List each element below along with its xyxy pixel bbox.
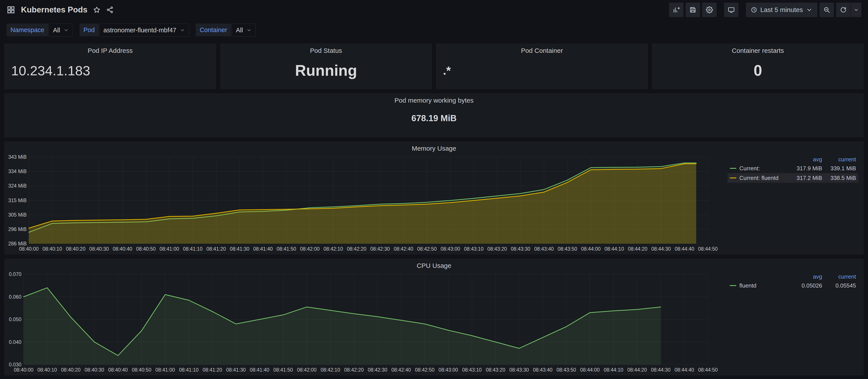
panel-title[interactable]: Pod Status (221, 44, 432, 54)
legend-row: Current:317.9 MiB339.1 MiB (727, 163, 858, 173)
chevron-down-icon (64, 28, 69, 33)
variables-row: Namespace All Pod astronomer-fluentd-mbf… (0, 20, 868, 41)
stat-value: .* (443, 55, 641, 86)
svg-text:08:41:20: 08:41:20 (203, 367, 222, 373)
svg-text:08:40:00: 08:40:00 (14, 367, 33, 373)
zoom-out-button[interactable] (819, 3, 834, 17)
svg-text:08:40:50: 08:40:50 (132, 367, 151, 373)
svg-text:08:40:30: 08:40:30 (89, 246, 109, 252)
legend-col-current[interactable]: current (822, 156, 856, 163)
star-icon[interactable] (93, 6, 100, 13)
time-range-button[interactable]: Last 5 minutes (746, 3, 817, 17)
svg-text:08:44:40: 08:44:40 (675, 367, 694, 373)
variable-namespace-label: Namespace (6, 24, 48, 36)
legend-series-color-icon (730, 285, 736, 286)
svg-text:08:44:00: 08:44:00 (580, 367, 600, 373)
svg-text:08:41:30: 08:41:30 (226, 367, 246, 373)
settings-icon (706, 6, 713, 13)
panel-title[interactable]: Container restarts (652, 44, 864, 54)
svg-text:08:44:10: 08:44:10 (604, 246, 624, 252)
svg-text:08:43:30: 08:43:30 (509, 367, 529, 373)
panel-title[interactable]: Pod IP Address (5, 44, 216, 54)
svg-text:08:42:30: 08:42:30 (370, 246, 390, 252)
svg-text:08:41:10: 08:41:10 (183, 246, 203, 252)
svg-text:08:42:50: 08:42:50 (417, 246, 437, 252)
variable-namespace-selected: All (53, 27, 60, 34)
svg-text:08:42:40: 08:42:40 (394, 246, 413, 252)
panel-title[interactable]: Pod memory working bytes (5, 94, 863, 104)
panel-container-restarts: Container restarts 0 (652, 44, 864, 89)
add-panel-button[interactable] (669, 3, 683, 17)
svg-text:0.030: 0.030 (9, 362, 22, 368)
panel-title[interactable]: Pod Container (436, 44, 648, 54)
legend-series-name: Current: (739, 165, 760, 172)
svg-text:08:44:30: 08:44:30 (651, 246, 671, 252)
dashboard-settings-button[interactable] (702, 3, 717, 17)
save-dashboard-button[interactable] (686, 3, 700, 17)
svg-text:08:44:50: 08:44:50 (698, 367, 718, 373)
header-left: Kubernetes Pods (6, 5, 114, 14)
svg-text:08:41:50: 08:41:50 (274, 367, 293, 373)
legend-series-color-icon (730, 168, 736, 169)
svg-text:08:44:00: 08:44:00 (581, 246, 601, 252)
panel-pod-container: Pod Container .* (436, 44, 648, 89)
legend-series-label[interactable]: Current: fluentd (730, 175, 785, 182)
memory-usage-chart[interactable]: 286 MiB296 MiB305 MiB315 MiB324 MiB334 M… (7, 154, 720, 253)
variable-namespace-value[interactable]: All (49, 24, 73, 37)
svg-text:08:43:20: 08:43:20 (487, 246, 507, 252)
header-actions: Last 5 minutes (669, 3, 862, 17)
cpu-usage-body: 0.0300.0400.0500.0600.07008:40:0008:40:1… (5, 270, 863, 375)
legend-series-label[interactable]: Current: (730, 165, 785, 172)
svg-text:08:43:00: 08:43:00 (439, 367, 458, 373)
refresh-button[interactable] (836, 3, 850, 17)
panel-title[interactable]: Memory Usage (5, 142, 863, 152)
svg-text:08:42:20: 08:42:20 (347, 246, 367, 252)
svg-text:08:40:00: 08:40:00 (19, 246, 39, 252)
panel-memory-usage: Memory Usage 286 MiB296 MiB305 MiB315 Mi… (4, 141, 864, 254)
svg-text:08:43:50: 08:43:50 (558, 246, 577, 252)
legend-current-value: 339.1 MiB (822, 165, 856, 172)
legend-series-label[interactable]: fluentd (730, 282, 785, 289)
legend-row: Current: fluentd317.2 MiB338.5 MiB (727, 173, 858, 183)
legend-col-current[interactable]: current (822, 273, 856, 280)
cpu-usage-chart[interactable]: 0.0300.0400.0500.0600.07008:40:0008:40:1… (7, 271, 720, 374)
variable-container-selected: All (236, 27, 243, 34)
variable-container-value[interactable]: All (232, 24, 256, 37)
svg-text:08:42:00: 08:42:00 (300, 246, 320, 252)
memory-usage-body: 286 MiB296 MiB305 MiB315 MiB324 MiB334 M… (5, 152, 863, 254)
svg-text:0.050: 0.050 (9, 317, 22, 322)
variable-pod-value[interactable]: astronomer-fluentd-mbf47 (99, 24, 189, 37)
panel-cpu-usage: CPU Usage 0.0300.0400.0500.0600.07008:40… (4, 259, 864, 375)
svg-text:08:43:00: 08:43:00 (440, 246, 460, 252)
svg-text:08:42:10: 08:42:10 (321, 367, 340, 373)
panel-title[interactable]: CPU Usage (5, 259, 863, 270)
svg-text:296 MiB: 296 MiB (8, 226, 27, 232)
refresh-interval-button[interactable] (851, 3, 862, 17)
svg-text:08:43:40: 08:43:40 (533, 367, 553, 373)
svg-text:0.040: 0.040 (9, 339, 22, 345)
legend-col-avg[interactable]: avg (785, 273, 822, 280)
svg-text:324 MiB: 324 MiB (8, 183, 27, 189)
svg-text:343 MiB: 343 MiB (8, 154, 27, 160)
svg-text:08:41:30: 08:41:30 (230, 246, 249, 252)
legend-col-avg[interactable]: avg (785, 156, 822, 163)
tv-mode-button[interactable] (724, 3, 739, 17)
refresh-icon (840, 6, 847, 13)
variable-pod: Pod astronomer-fluentd-mbf47 (80, 24, 189, 37)
legend-row: fluentd0.050260.05545 (727, 281, 858, 290)
cpu-usage-legend: avgcurrentfluentd0.050260.05545 (720, 271, 860, 374)
svg-text:08:42:40: 08:42:40 (392, 367, 411, 373)
svg-text:08:44:20: 08:44:20 (628, 246, 648, 252)
svg-text:08:40:50: 08:40:50 (136, 246, 156, 252)
time-range-label: Last 5 minutes (760, 6, 803, 13)
clock-icon (751, 6, 757, 13)
svg-text:315 MiB: 315 MiB (8, 197, 27, 203)
share-icon[interactable] (106, 6, 114, 13)
memory-working-bytes-value: 678.19 MiB (5, 113, 863, 123)
chevron-down-icon (180, 28, 185, 33)
apps-icon[interactable] (6, 5, 15, 14)
legend-series-name: fluentd (739, 282, 756, 289)
svg-text:08:44:50: 08:44:50 (698, 246, 718, 252)
stat-value: 0 (659, 55, 857, 86)
svg-text:305 MiB: 305 MiB (8, 212, 27, 218)
